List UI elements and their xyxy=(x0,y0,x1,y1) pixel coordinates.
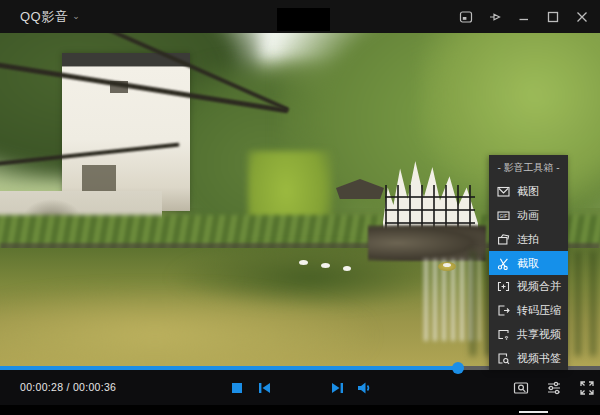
video-bookmark-icon xyxy=(497,352,510,365)
fullscreen-button[interactable] xyxy=(579,380,595,396)
svg-text:GIF: GIF xyxy=(500,214,508,219)
toolbox-item-burst[interactable]: 连拍 xyxy=(489,228,568,252)
share-video-icon xyxy=(497,328,510,341)
toolbox-icon xyxy=(513,380,529,396)
previous-icon xyxy=(257,381,272,395)
video-scene-duck xyxy=(299,260,308,265)
screenshot-icon xyxy=(497,185,510,198)
window-controls xyxy=(458,0,590,33)
toolbox-item-video-merge[interactable]: 视频合并 xyxy=(489,275,568,299)
app-menu-button[interactable]: QQ影音 ⌄ xyxy=(20,8,80,26)
stop-button[interactable] xyxy=(231,382,243,394)
gif-animation-icon: GIF xyxy=(497,209,510,222)
qq-player-window: QQ影音 ⌄ xyxy=(0,0,600,415)
maximize-icon[interactable] xyxy=(545,9,561,25)
equalizer-button[interactable] xyxy=(546,380,562,396)
next-button[interactable] xyxy=(330,381,345,395)
toolbox-item-video-bookmark[interactable]: 视频书签 xyxy=(489,346,568,370)
titlebar: QQ影音 ⌄ xyxy=(0,0,600,33)
volume-icon xyxy=(356,381,373,395)
close-icon[interactable] xyxy=(574,9,590,25)
fullscreen-icon xyxy=(579,380,595,396)
burst-shot-icon xyxy=(497,233,510,246)
stop-icon xyxy=(232,383,242,393)
volume-button[interactable] xyxy=(356,381,373,395)
toolbox-item-transcode[interactable]: 转码压缩 xyxy=(489,299,568,323)
seek-handle[interactable] xyxy=(452,362,464,374)
control-bar: 00:00:28 / 00:00:36 xyxy=(0,370,600,405)
mini-mode-icon[interactable] xyxy=(458,9,474,25)
seek-bar-fill xyxy=(0,366,458,370)
video-merge-icon xyxy=(497,280,510,293)
toolbox-panel-title: - 影音工具箱 - xyxy=(489,155,568,180)
next-icon xyxy=(330,381,345,395)
toolbox-item-share-video[interactable]: 共享视频 xyxy=(489,323,568,347)
toolbox-button[interactable] xyxy=(513,380,529,396)
video-scene-duck xyxy=(321,263,330,268)
transcode-compress-icon xyxy=(497,304,510,317)
equalizer-icon xyxy=(546,380,562,396)
pin-icon[interactable] xyxy=(487,9,503,25)
taskbar-indicator-line xyxy=(519,411,548,413)
time-display: 00:00:28 / 00:00:36 xyxy=(20,381,116,393)
app-title: QQ影音 xyxy=(20,8,68,26)
chevron-down-icon: ⌄ xyxy=(72,11,80,21)
bottom-strip xyxy=(0,405,600,415)
minimize-icon[interactable] xyxy=(516,9,532,25)
toolbox-item-screenshot[interactable]: 截图 xyxy=(489,180,568,204)
toolbox-item-clip[interactable]: 截取 xyxy=(489,251,568,275)
toolbox-item-animation[interactable]: GIF 动画 xyxy=(489,204,568,228)
toolbox-panel: - 影音工具箱 - 截图 GIF 动画 连拍 截取 xyxy=(489,155,568,370)
redacted-filename-box xyxy=(277,8,330,31)
video-scene-duck xyxy=(343,266,351,271)
previous-button[interactable] xyxy=(257,381,272,395)
scissors-icon xyxy=(497,257,510,270)
